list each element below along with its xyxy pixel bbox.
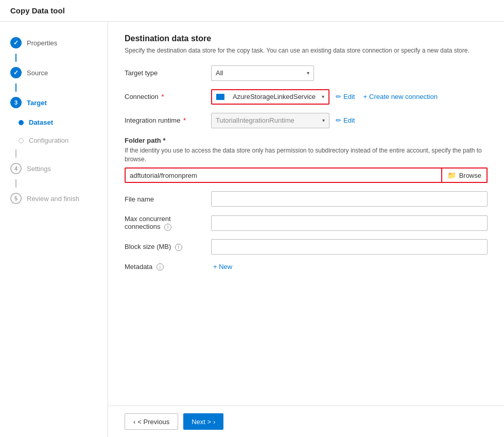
block-size-input[interactable] [211, 239, 488, 255]
target-type-arrow: ▾ [307, 70, 309, 76]
integration-runtime-label: Integration runtime * [125, 116, 207, 124]
step-circle-source: ✓ [10, 67, 22, 78]
target-type-control: All ▾ [211, 65, 488, 81]
integration-runtime-row: Integration runtime * TutorialIntegratio… [125, 113, 488, 128]
sidebar-label-properties: Properties [27, 39, 57, 47]
step-circle-review: 5 [10, 193, 22, 204]
sidebar: ✓ Properties ✓ Source 3 Target [0, 22, 108, 437]
next-arrow-icon: › [213, 418, 215, 426]
folder-path-input[interactable] [125, 167, 442, 183]
edit-integration-button[interactable]: ✏ Edit [334, 116, 357, 124]
dot-configuration [19, 138, 24, 143]
step-circle-target: 3 [10, 97, 22, 108]
content-area: Destination data store Specify the desti… [108, 22, 504, 406]
sidebar-item-dataset[interactable]: Dataset [0, 113, 108, 131]
connection-arrow: ▾ [322, 94, 324, 99]
sidebar-item-settings[interactable]: 4 Settings [0, 158, 108, 179]
connector-line-4 [15, 179, 16, 188]
sidebar-item-review[interactable]: 5 Review and finish [0, 188, 108, 209]
metadata-label: Metadata i [125, 263, 207, 271]
target-type-row: Target type All ▾ [125, 65, 488, 81]
app-title: Copy Data tool [0, 0, 504, 22]
step-circle-settings: 4 [10, 163, 22, 174]
sidebar-label-settings: Settings [27, 165, 51, 173]
sidebar-item-properties[interactable]: ✓ Properties [0, 32, 108, 54]
connection-select[interactable]: AzureStorageLinkedService ▾ [211, 89, 329, 105]
main-panel: Destination data store Specify the desti… [108, 22, 504, 437]
sidebar-label-configuration: Configuration [29, 137, 68, 144]
sidebar-label-dataset: Dataset [29, 119, 53, 126]
metadata-row: Metadata i + New [125, 263, 488, 271]
folder-path-label: Folder path * [125, 137, 488, 144]
sidebar-item-target[interactable]: 3 Target [0, 92, 108, 113]
max-concurrent-input[interactable] [211, 215, 488, 231]
section-title: Destination data store [125, 34, 488, 43]
max-concurrent-label: Max concurrent connections i [125, 215, 207, 231]
edit-connection-button[interactable]: ✏ Edit [334, 93, 357, 100]
browse-button[interactable]: 📁 Browse [442, 167, 488, 183]
connector-line-2 [15, 83, 16, 92]
sidebar-label-source: Source [27, 69, 48, 77]
footer: ‹ < Previous Next > › [108, 406, 504, 437]
block-size-label: Block size (MB) i [125, 243, 207, 251]
sidebar-label-target: Target [27, 99, 47, 107]
folder-input-row: 📁 Browse [125, 167, 488, 183]
integration-runtime-arrow: ▾ [322, 117, 325, 123]
connection-row: Connection * AzureStorageLinkedService ▾… [125, 89, 488, 105]
next-button[interactable]: Next > › [183, 413, 223, 430]
file-name-input[interactable] [211, 191, 488, 207]
prev-arrow-icon: ‹ [133, 418, 135, 426]
edit-integration-icon: ✏ [336, 116, 341, 124]
app-container: Copy Data tool ✓ Properties ✓ Source [0, 0, 504, 437]
connection-control: AzureStorageLinkedService ▾ ✏ Edit + Cre… [211, 89, 488, 105]
file-name-row: File name [125, 191, 488, 207]
target-type-select[interactable]: All ▾ [211, 65, 314, 81]
new-metadata-button[interactable]: + New [213, 263, 232, 271]
max-concurrent-row: Max concurrent connections i [125, 215, 488, 231]
create-connection-button[interactable]: + Create new connection [361, 93, 440, 100]
sidebar-item-configuration[interactable]: Configuration [0, 131, 108, 149]
previous-button[interactable]: ‹ < Previous [125, 413, 178, 430]
section-desc: Specify the destination data store for t… [125, 46, 488, 55]
connector-line-1 [15, 54, 16, 62]
dot-dataset [19, 120, 24, 125]
plus-icon: + [363, 93, 367, 100]
folder-path-section: Folder path * If the identity you use to… [125, 137, 488, 183]
folder-icon: 📁 [447, 171, 456, 179]
integration-runtime-control: TutorialIntegrationRuntime ▾ ✏ Edit [211, 113, 488, 128]
target-type-label: Target type [125, 69, 207, 77]
storage-icon [216, 94, 224, 100]
edit-icon: ✏ [336, 93, 341, 100]
max-concurrent-info-icon: i [164, 224, 171, 231]
folder-path-desc: If the identity you use to access the da… [125, 146, 488, 164]
file-name-label: File name [125, 195, 207, 203]
integration-runtime-select[interactable]: TutorialIntegrationRuntime ▾ [211, 113, 329, 128]
step-circle-properties: ✓ [10, 37, 22, 48]
metadata-info-icon: i [157, 263, 164, 271]
main-content: ✓ Properties ✓ Source 3 Target [0, 22, 504, 437]
sidebar-label-review: Review and finish [27, 195, 79, 203]
connector-line-3 [15, 149, 16, 158]
sidebar-item-source[interactable]: ✓ Source [0, 62, 108, 83]
connection-label: Connection * [125, 93, 207, 100]
block-size-info-icon: i [175, 244, 182, 251]
block-size-row: Block size (MB) i [125, 239, 488, 255]
